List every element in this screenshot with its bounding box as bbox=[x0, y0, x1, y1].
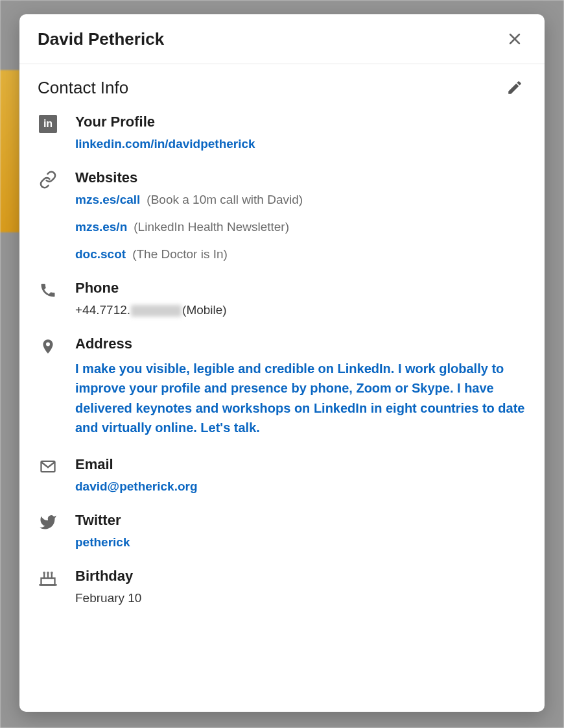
modal-body: Contact Info in Your Profile linkedin.co… bbox=[19, 64, 545, 712]
twitter-icon bbox=[38, 513, 58, 534]
email-label: Email bbox=[75, 456, 526, 473]
svg-point-10 bbox=[51, 572, 52, 573]
twitter-link[interactable]: petherick bbox=[75, 535, 130, 549]
phone-label: Phone bbox=[75, 280, 526, 297]
contact-info-modal: David Petherick Contact Info in Your Pro… bbox=[19, 14, 545, 712]
email-row: Email david@petherick.org bbox=[38, 456, 526, 494]
phone-value: +44.7712.(Mobile) bbox=[75, 303, 526, 317]
modal-title: David Petherick bbox=[38, 29, 164, 49]
twitter-row: Twitter petherick bbox=[38, 512, 526, 550]
section-header: Contact Info bbox=[38, 76, 526, 99]
close-icon bbox=[507, 31, 523, 47]
phone-row: Phone +44.7712.(Mobile) bbox=[38, 280, 526, 317]
phone-redacted bbox=[131, 305, 182, 317]
address-label: Address bbox=[75, 335, 526, 352]
phone-prefix: +44.7712. bbox=[75, 303, 130, 317]
twitter-label: Twitter bbox=[75, 512, 526, 529]
address-row: Address I make you visible, legible and … bbox=[38, 335, 526, 438]
websites-row: Websites mzs.es/call(Book a 10m call wit… bbox=[38, 169, 526, 261]
address-link[interactable]: I make you visible, legible and credible… bbox=[75, 361, 524, 435]
close-button[interactable] bbox=[503, 27, 526, 51]
phone-icon bbox=[38, 281, 58, 302]
cake-icon bbox=[38, 569, 58, 590]
profile-label: Your Profile bbox=[75, 114, 526, 130]
background-banner bbox=[0, 70, 19, 232]
birthday-label: Birthday bbox=[75, 568, 526, 585]
website-link-2[interactable]: doc.scot bbox=[75, 247, 126, 261]
website-item: mzs.es/call(Book a 10m call with David) bbox=[75, 193, 526, 207]
svg-rect-3 bbox=[41, 578, 55, 585]
profile-url-link[interactable]: linkedin.com/in/davidpetherick bbox=[75, 137, 255, 151]
website-link-0[interactable]: mzs.es/call bbox=[75, 193, 140, 206]
map-pin-icon bbox=[38, 337, 58, 358]
website-item: doc.scot(The Doctor is In) bbox=[75, 247, 526, 261]
website-desc-0: (Book a 10m call with David) bbox=[147, 193, 303, 206]
birthday-row: Birthday February 10 bbox=[38, 568, 526, 605]
envelope-icon bbox=[38, 457, 58, 478]
svg-point-9 bbox=[47, 572, 48, 573]
linkedin-icon: in bbox=[38, 115, 58, 136]
email-link[interactable]: david@petherick.org bbox=[75, 479, 198, 493]
edit-button[interactable] bbox=[503, 76, 526, 99]
section-title: Contact Info bbox=[38, 78, 128, 98]
website-link-1[interactable]: mzs.es/n bbox=[75, 220, 127, 234]
svg-point-8 bbox=[43, 572, 44, 573]
website-desc-1: (LinkedIn Health Newsletter) bbox=[134, 220, 289, 234]
link-icon bbox=[38, 171, 58, 191]
birthday-value: February 10 bbox=[75, 591, 526, 605]
website-desc-2: (The Doctor is In) bbox=[132, 247, 228, 261]
phone-suffix: (Mobile) bbox=[182, 303, 227, 317]
website-item: mzs.es/n(LinkedIn Health Newsletter) bbox=[75, 220, 526, 234]
websites-label: Websites bbox=[75, 169, 526, 186]
modal-header: David Petherick bbox=[19, 14, 545, 64]
profile-row: in Your Profile linkedin.com/in/davidpet… bbox=[38, 114, 526, 151]
pencil-icon bbox=[506, 79, 523, 96]
